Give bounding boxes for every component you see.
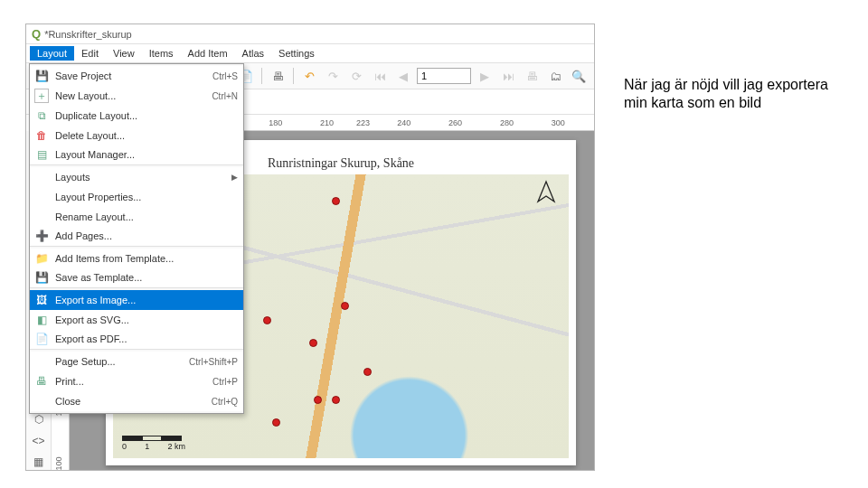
separator [261,68,262,84]
image-icon: 🖼 [33,292,50,308]
data-point [314,396,322,404]
chevron-right-icon: ▶ [231,173,238,182]
menu-save-as-template[interactable]: 💾 Save as Template... [30,268,243,288]
menu-layout[interactable]: Layout [30,46,74,61]
undo-icon[interactable]: ↶ [299,66,319,86]
add-html-icon[interactable]: <> [30,433,48,449]
menu-save-project[interactable]: 💾 Save Project Ctrl+S [30,66,243,86]
menu-duplicate-layout[interactable]: ⧉ Duplicate Layout... [30,106,243,126]
slide-annotation: När jag är nöjd vill jag exportera min k… [624,76,850,112]
first-icon[interactable]: ⏮ [370,66,390,86]
new-layout-icon: ＋ [33,88,50,104]
menu-items[interactable]: Items [142,46,181,61]
duplicate-icon: ⧉ [33,108,50,124]
next-icon[interactable]: ▶ [475,66,495,86]
menu-delete-layout[interactable]: 🗑 Delete Layout... [30,126,243,145]
print-icon: 🖶 [33,373,50,389]
menu-page-setup[interactable]: Page Setup... Ctrl+Shift+P [30,352,243,371]
manager-icon: ▤ [33,146,50,163]
atlas-settings-icon[interactable]: 🔍 [569,66,589,86]
last-icon[interactable]: ⏭ [498,66,518,86]
atlas-print-icon[interactable]: 🖶 [522,66,542,86]
data-point [272,418,280,427]
menu-view[interactable]: View [106,46,142,61]
svg-icon: ◧ [33,312,50,328]
menu-export-as-image[interactable]: 🖼 Export as Image... [30,290,243,310]
add-table-icon[interactable]: ▦ [30,454,48,470]
menu-close[interactable]: Close Ctrl+Q [30,391,243,411]
menu-rename-layout[interactable]: Rename Layout... [30,207,243,227]
add-page-icon: ➕ [33,228,50,244]
window-title: *Runskrifter_skurup [44,29,132,40]
menu-atlas[interactable]: Atlas [235,46,271,61]
menu-export-as-pdf[interactable]: 📄 Export as PDF... [30,330,243,350]
menu-layouts-submenu[interactable]: Layouts ▶ [30,167,243,187]
redo-icon[interactable]: ↷ [323,66,343,86]
folder-icon: 📁 [33,250,50,267]
menu-add-pages[interactable]: ➕ Add Pages... [30,227,243,247]
separator [293,68,294,84]
save-template-icon: 💾 [33,269,50,286]
menu-add-from-template[interactable]: 📁 Add Items from Template... [30,249,243,268]
print-icon[interactable]: 🖶 [268,66,288,86]
atlas-export-icon[interactable]: 🗂 [545,66,565,86]
scalebar: 0 1 2 km [122,436,185,451]
layout-menu-dropdown: 💾 Save Project Ctrl+S ＋ New Layout... Ct… [29,63,244,414]
data-point [332,197,340,205]
data-point [309,339,317,347]
delete-icon: 🗑 [33,127,50,144]
data-point [332,396,340,404]
menu-additem[interactable]: Add Item [181,46,235,61]
save-icon: 💾 [33,68,50,84]
titlebar: Q *Runskrifter_skurup [26,24,594,44]
pdf-icon: 📄 [33,331,50,347]
menu-new-layout[interactable]: ＋ New Layout... Ctrl+N [30,86,243,106]
menu-edit[interactable]: Edit [74,46,106,61]
data-point [341,302,349,310]
page-number-input[interactable] [417,68,471,84]
prev-icon[interactable]: ◀ [393,66,413,86]
menu-layout-manager[interactable]: ▤ Layout Manager... [30,145,243,165]
qgis-logo-icon: Q [32,27,41,41]
menu-settings[interactable]: Settings [271,46,322,61]
north-arrow-icon [534,180,558,212]
menubar: Layout Edit View Items Add Item Atlas Se… [26,44,594,62]
menu-layout-properties[interactable]: Layout Properties... [30,187,243,207]
data-point [263,316,271,324]
menu-export-as-svg[interactable]: ◧ Export as SVG... [30,310,243,330]
refresh-icon[interactable]: ⟳ [346,66,366,86]
menu-print[interactable]: 🖶 Print... Ctrl+P [30,371,243,391]
data-point [363,368,372,376]
